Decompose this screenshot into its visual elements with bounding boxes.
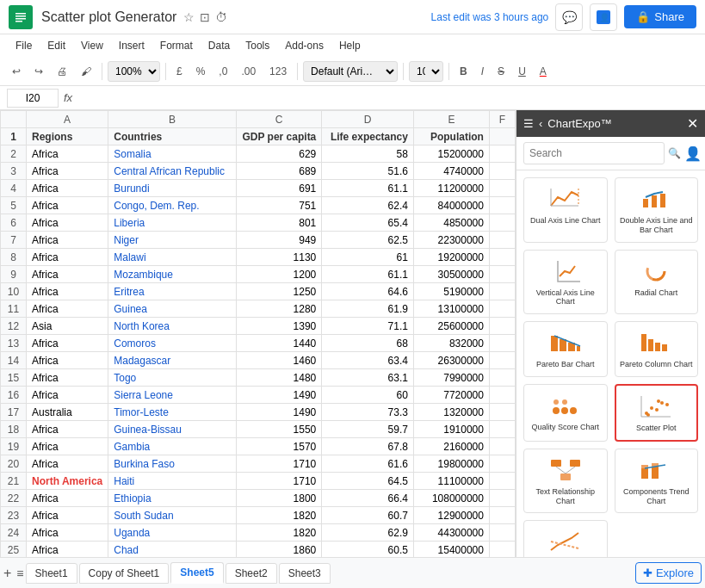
chart-item-vertical-axis-line[interactable]: Vertical Axis Line Chart — [523, 250, 608, 315]
svg-rect-44 — [652, 467, 659, 479]
font-color-button[interactable]: A — [535, 64, 552, 79]
search-icon: 🔍 — [668, 147, 681, 159]
table-row: 2 Africa Somalia 629 58 15200000 — [1, 145, 516, 163]
chart-item-pareto-column[interactable]: Pareto Column Chart — [615, 321, 699, 377]
chart-icon-vertical-axis-line — [548, 257, 583, 285]
currency-button[interactable]: £ — [171, 64, 188, 79]
menu-addons[interactable]: Add-ons — [278, 38, 331, 53]
table-row: 24 Africa Uganda 1820 62.9 44300000 — [1, 524, 516, 542]
explore-label: Explore — [656, 566, 694, 579]
panel-menu-icon[interactable]: ☰ — [523, 117, 534, 130]
chart-label-text-relationship: Text Relationship Chart — [528, 487, 603, 506]
tab-copy-sheet1[interactable]: Copy of Sheet1 — [79, 563, 170, 584]
col-header-a[interactable]: A — [27, 111, 108, 128]
col-header-d[interactable]: D — [322, 111, 414, 128]
chart-item-scatter-plot[interactable]: Scatter Plot — [615, 384, 699, 442]
menu-help[interactable]: Help — [332, 38, 368, 53]
table-row: 15 Africa Togo 1480 63.1 7990000 — [1, 369, 516, 387]
table-row: 18 Africa Guinea-Bissau 1550 59.7 191000… — [1, 421, 516, 438]
svg-point-33 — [646, 413, 650, 417]
chat-icon[interactable]: 💬 — [555, 3, 583, 31]
svg-rect-20 — [648, 339, 653, 351]
chart-label-components-trend: Components Trend Chart — [619, 487, 695, 506]
menu-insert[interactable]: Insert — [112, 38, 152, 53]
font-size-select[interactable]: 10 — [409, 61, 443, 82]
col-header-f[interactable]: F — [489, 111, 515, 128]
formula-input[interactable] — [77, 89, 698, 108]
star-icon[interactable]: ☆ — [183, 10, 195, 24]
italic-button[interactable]: I — [476, 64, 489, 79]
menu-tools[interactable]: Tools — [238, 38, 276, 53]
cloud-icon[interactable]: ⊡ — [200, 10, 210, 24]
explore-button[interactable]: ✚ Explore — [635, 562, 702, 584]
format123-button[interactable]: 123 — [264, 64, 292, 79]
chart-item-components-trend[interactable]: Components Trend Chart — [615, 449, 699, 514]
chart-item-pareto-bar[interactable]: Pareto Bar Chart — [523, 321, 608, 377]
chart-item-radial[interactable]: Radial Chart — [615, 250, 699, 315]
panel-close-button[interactable]: ✕ — [687, 115, 698, 132]
table-row: 25 Africa Chad 1860 60.5 15400000 — [1, 542, 516, 558]
chart-item-double-axis-line-bar[interactable]: Double Axis Line and Bar Chart — [615, 177, 699, 243]
table-row: 21 North America Haiti 1710 64.5 1110000… — [1, 473, 516, 490]
panel-search-input[interactable] — [523, 142, 665, 164]
table-row: 6 Africa Liberia 801 65.4 4850000 — [1, 214, 516, 232]
account-icon[interactable]: 👤 — [590, 3, 617, 31]
col-header-e[interactable]: E — [413, 111, 489, 128]
svg-rect-39 — [560, 473, 571, 480]
tab-sheet1[interactable]: Sheet1 — [26, 563, 77, 584]
svg-point-32 — [665, 403, 669, 406]
col-header-row — [1, 111, 27, 128]
undo-button[interactable]: ↩ — [7, 64, 26, 79]
strikethrough-button[interactable]: S — [492, 64, 510, 79]
tab-sheet5[interactable]: Sheet5 — [170, 562, 223, 584]
table-row: 9 Africa Mozambique 1200 61.1 30500000 — [1, 266, 516, 283]
zoom-select[interactable]: 100% — [108, 61, 160, 82]
col-header-c[interactable]: C — [236, 111, 321, 128]
last-edit-link[interactable]: Last edit was 3 hours ago — [431, 11, 549, 23]
panel-title: ChartExpo™ — [547, 117, 611, 130]
table-row: 12 Asia North Korea 1390 71.1 25600000 — [1, 318, 516, 335]
table-row: 20 Africa Burkina Faso 1710 61.6 1980000… — [1, 455, 516, 473]
chart-label-vertical-axis-line: Vertical Axis Line Chart — [528, 288, 603, 307]
divider2 — [165, 63, 166, 80]
chart-item-dual-axis-line[interactable]: Dual Axis Line Chart — [523, 177, 608, 243]
chart-item-text-relationship[interactable]: Text Relationship Chart — [523, 449, 608, 514]
chart-item-quality-score[interactable]: Quality Score Chart — [523, 384, 608, 442]
sheet-menu-button[interactable]: ≡ — [16, 566, 23, 580]
cell-reference[interactable]: I20 — [7, 89, 59, 108]
menu-edit[interactable]: Edit — [40, 38, 72, 53]
redo-button[interactable]: ↪ — [29, 64, 48, 79]
comma0-button[interactable]: ,0 — [213, 64, 232, 79]
menu-view[interactable]: View — [74, 38, 110, 53]
chart-item-is-graph[interactable]: IS Graph — [523, 520, 608, 557]
fx-label: fx — [64, 91, 72, 104]
add-sheet-button[interactable]: + — [3, 566, 11, 581]
bold-button[interactable]: B — [455, 64, 473, 79]
user-icon: 👤 — [684, 145, 702, 162]
main-content: A B C D E F 1 Regions Countries GDP per … — [0, 110, 705, 557]
chart-label-pareto-column: Pareto Column Chart — [620, 360, 693, 369]
table-row: 22 Africa Ethiopia 1800 66.4 108000000 — [1, 490, 516, 507]
history-icon[interactable]: ⏱ — [215, 10, 227, 24]
menu-format[interactable]: Format — [153, 38, 200, 53]
underline-button[interactable]: U — [513, 64, 531, 79]
svg-rect-18 — [577, 346, 580, 351]
font-select[interactable]: Default (Ari… — [303, 61, 398, 82]
svg-rect-38 — [570, 460, 580, 467]
chart-label-double-axis-line-bar: Double Axis Line and Bar Chart — [619, 216, 695, 235]
tab-sheet2[interactable]: Sheet2 — [226, 563, 277, 584]
share-button[interactable]: 🔒 Share — [624, 5, 696, 28]
panel-back-icon[interactable]: ‹ — [539, 117, 542, 130]
data-table: A B C D E F 1 Regions Countries GDP per … — [0, 110, 516, 557]
col-header-b[interactable]: B — [108, 111, 237, 128]
svg-point-23 — [553, 407, 560, 414]
tab-sheet3[interactable]: Sheet3 — [279, 563, 331, 584]
table-row: 19 Africa Gambia 1570 67.8 2160000 — [1, 438, 516, 455]
table-row: 13 Africa Comoros 1440 68 832000 — [1, 335, 516, 352]
comma00-button[interactable]: .00 — [236, 64, 261, 79]
print-button[interactable]: 🖨 — [52, 64, 72, 79]
menu-data[interactable]: Data — [201, 38, 237, 53]
menu-file[interactable]: File — [9, 38, 39, 53]
paint-button[interactable]: 🖌 — [76, 64, 96, 79]
percent-button[interactable]: % — [191, 64, 211, 79]
